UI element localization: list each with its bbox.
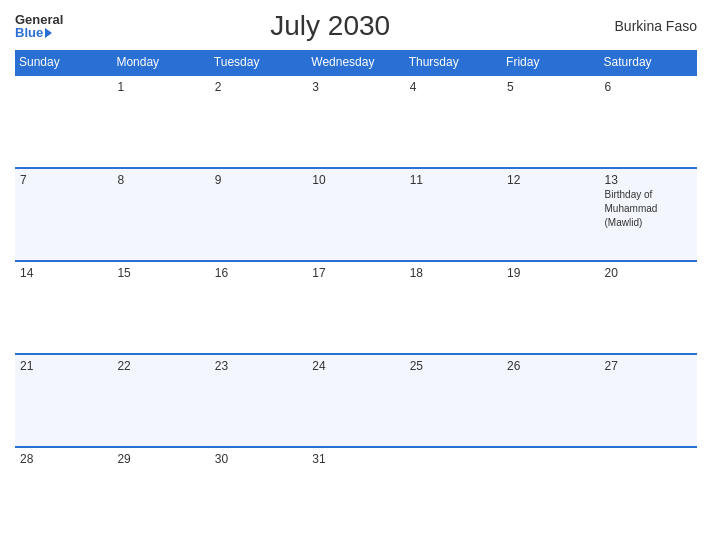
day-cell: 22	[112, 354, 209, 447]
day-number: 30	[215, 452, 303, 466]
day-cell: 2	[210, 75, 307, 168]
day-number: 20	[605, 266, 693, 280]
country-name: Burkina Faso	[597, 18, 697, 34]
day-cell: 21	[15, 354, 112, 447]
day-cell: 12	[502, 168, 599, 261]
day-number: 24	[312, 359, 400, 373]
day-cell: 16	[210, 261, 307, 354]
weekday-monday: Monday	[112, 50, 209, 75]
day-cell: 1	[112, 75, 209, 168]
weekday-friday: Friday	[502, 50, 599, 75]
day-number: 31	[312, 452, 400, 466]
weekday-wednesday: Wednesday	[307, 50, 404, 75]
day-cell	[15, 75, 112, 168]
day-number: 29	[117, 452, 205, 466]
day-cell: 29	[112, 447, 209, 540]
weekday-tuesday: Tuesday	[210, 50, 307, 75]
day-cell: 26	[502, 354, 599, 447]
day-number: 25	[410, 359, 498, 373]
day-cell: 4	[405, 75, 502, 168]
day-number: 27	[605, 359, 693, 373]
week-row: 78910111213Birthday of Muhammad (Mawlid)	[15, 168, 697, 261]
week-row: 21222324252627	[15, 354, 697, 447]
day-cell: 8	[112, 168, 209, 261]
logo: General Blue	[15, 13, 63, 39]
day-number: 7	[20, 173, 108, 187]
day-cell: 24	[307, 354, 404, 447]
day-cell: 18	[405, 261, 502, 354]
day-number: 1	[117, 80, 205, 94]
weekday-sunday: Sunday	[15, 50, 112, 75]
day-cell: 31	[307, 447, 404, 540]
day-cell: 30	[210, 447, 307, 540]
calendar-table: SundayMondayTuesdayWednesdayThursdayFrid…	[15, 50, 697, 540]
week-row: 14151617181920	[15, 261, 697, 354]
day-number: 19	[507, 266, 595, 280]
week-row: 123456	[15, 75, 697, 168]
day-number: 16	[215, 266, 303, 280]
day-number: 15	[117, 266, 205, 280]
event-text: Birthday of Muhammad (Mawlid)	[605, 189, 658, 228]
calendar-header: General Blue July 2030 Burkina Faso	[15, 10, 697, 42]
logo-blue-text: Blue	[15, 26, 43, 39]
day-cell	[405, 447, 502, 540]
day-number: 28	[20, 452, 108, 466]
day-number: 18	[410, 266, 498, 280]
day-cell	[600, 447, 697, 540]
day-cell: 6	[600, 75, 697, 168]
day-number: 13	[605, 173, 693, 187]
day-number: 10	[312, 173, 400, 187]
day-cell: 15	[112, 261, 209, 354]
day-number: 12	[507, 173, 595, 187]
day-number: 3	[312, 80, 400, 94]
day-cell: 13Birthday of Muhammad (Mawlid)	[600, 168, 697, 261]
weekday-header-row: SundayMondayTuesdayWednesdayThursdayFrid…	[15, 50, 697, 75]
day-number: 8	[117, 173, 205, 187]
day-number: 17	[312, 266, 400, 280]
day-number: 26	[507, 359, 595, 373]
week-row: 28293031	[15, 447, 697, 540]
day-number: 11	[410, 173, 498, 187]
day-cell: 17	[307, 261, 404, 354]
day-cell: 14	[15, 261, 112, 354]
day-cell: 20	[600, 261, 697, 354]
day-cell: 9	[210, 168, 307, 261]
day-cell: 27	[600, 354, 697, 447]
day-cell	[502, 447, 599, 540]
day-cell: 25	[405, 354, 502, 447]
day-number: 2	[215, 80, 303, 94]
day-number: 21	[20, 359, 108, 373]
day-cell: 19	[502, 261, 599, 354]
day-cell: 10	[307, 168, 404, 261]
day-number: 22	[117, 359, 205, 373]
day-cell: 7	[15, 168, 112, 261]
weekday-saturday: Saturday	[600, 50, 697, 75]
day-number: 4	[410, 80, 498, 94]
day-cell: 3	[307, 75, 404, 168]
day-number: 14	[20, 266, 108, 280]
day-cell: 11	[405, 168, 502, 261]
day-number: 6	[605, 80, 693, 94]
day-cell: 5	[502, 75, 599, 168]
day-number: 23	[215, 359, 303, 373]
day-number: 9	[215, 173, 303, 187]
weekday-thursday: Thursday	[405, 50, 502, 75]
logo-triangle-icon	[45, 28, 52, 38]
day-number: 5	[507, 80, 595, 94]
day-cell: 28	[15, 447, 112, 540]
calendar-title: July 2030	[63, 10, 597, 42]
day-cell: 23	[210, 354, 307, 447]
